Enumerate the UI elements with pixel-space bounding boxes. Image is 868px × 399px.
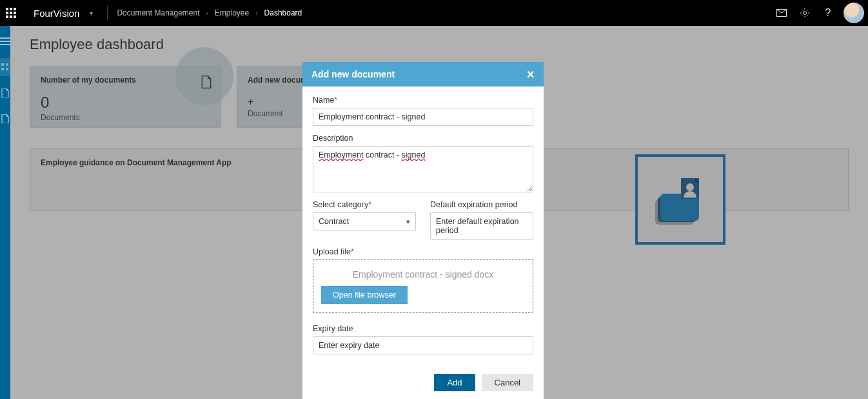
chevron-right-icon: ›: [255, 10, 257, 17]
topbar-right: ?: [770, 0, 868, 26]
dialog-header: Add new document ✕: [302, 62, 544, 87]
main-content: Employee dashboard Number of my document…: [10, 26, 868, 399]
upload-filename: Employment contract - signed.docx: [321, 269, 525, 280]
topbar: FourVision ▾ Document Management › Emplo…: [0, 0, 868, 26]
document-icon[interactable]: [0, 84, 10, 102]
breadcrumb-item[interactable]: Document Management: [117, 8, 199, 17]
category-select[interactable]: Contract ▾: [313, 212, 416, 230]
dashboard-tile-icon[interactable]: [0, 58, 10, 76]
expiration-label: Default expiration period: [430, 200, 533, 209]
upload-dropzone[interactable]: Employment contract - signed.docx Open f…: [313, 260, 533, 312]
expiry-label: Expiry date: [313, 324, 533, 333]
cancel-button[interactable]: Cancel: [482, 374, 533, 391]
company-switcher[interactable]: FourVision ▾: [22, 0, 107, 26]
app-launcher-icon[interactable]: [0, 0, 22, 26]
svg-point-1: [804, 12, 807, 15]
gear-icon[interactable]: [793, 0, 816, 26]
chevron-down-icon: ▾: [406, 218, 410, 226]
open-file-browser-button[interactable]: Open file browser: [321, 286, 408, 304]
chevron-right-icon: ›: [206, 10, 208, 17]
breadcrumb-item[interactable]: Dashboard: [264, 8, 302, 17]
category-label: Select category*: [313, 200, 416, 209]
description-field[interactable]: Employment contract - signed: [313, 146, 533, 192]
category-value: Contract: [319, 217, 349, 226]
name-label: Name*: [313, 96, 533, 105]
chevron-down-icon: ▾: [90, 10, 101, 17]
help-icon[interactable]: ?: [816, 0, 840, 26]
upload-label: Upload file*: [313, 247, 533, 256]
expiration-field[interactable]: Enter default expiration period: [430, 212, 533, 240]
avatar[interactable]: [843, 3, 864, 23]
hamburger-icon[interactable]: [0, 32, 10, 50]
dialog-footer: Add Cancel: [302, 374, 544, 399]
dialog-title: Add new document: [311, 69, 395, 79]
name-field[interactable]: [313, 108, 533, 126]
left-rail: [0, 26, 10, 399]
add-document-dialog: Add new document ✕ Name* Description Emp…: [302, 62, 544, 399]
mail-icon[interactable]: [770, 0, 793, 26]
expiry-field[interactable]: Enter expiry date: [313, 336, 533, 354]
add-button[interactable]: Add: [434, 374, 475, 391]
close-icon[interactable]: ✕: [526, 68, 535, 81]
document-icon[interactable]: [0, 110, 10, 128]
company-name: FourVision: [34, 8, 79, 19]
description-label: Description: [313, 134, 533, 143]
breadcrumb: Document Management › Employee › Dashboa…: [108, 8, 302, 17]
breadcrumb-item[interactable]: Employee: [215, 8, 249, 17]
